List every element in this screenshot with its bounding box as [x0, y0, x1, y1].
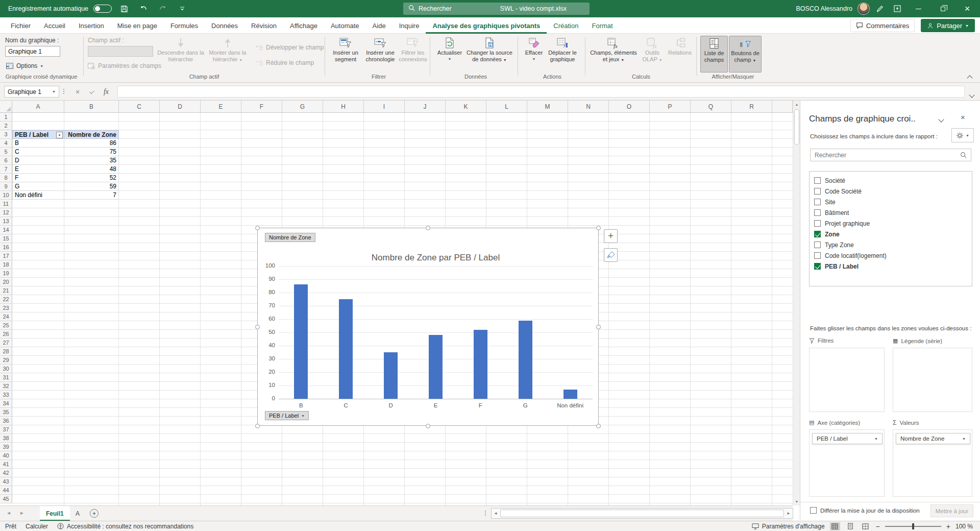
insert-timeline-button[interactable]: Insérer une chronologie	[363, 36, 397, 73]
column-header-F[interactable]: F	[241, 101, 282, 113]
avatar[interactable]	[857, 3, 870, 15]
pivot-row[interactable]: B86	[12, 139, 119, 148]
row-header-33[interactable]: 33	[0, 391, 12, 399]
row-header-18[interactable]: 18	[0, 260, 12, 269]
horizontal-scrollbar[interactable]: ◄ ►	[491, 508, 793, 519]
field-checkbox[interactable]	[814, 199, 821, 205]
row-header-14[interactable]: 14	[0, 226, 12, 234]
chart-handle[interactable]	[255, 325, 260, 329]
change-data-source-button[interactable]: Changer la source de données ▼	[465, 36, 513, 73]
close-button[interactable]: ×	[957, 0, 978, 17]
pivot-header-value-label[interactable]: Nombre de Zone	[64, 130, 119, 139]
pivot-value-cell[interactable]: 35	[64, 156, 119, 165]
tab-automate[interactable]: Automate	[324, 17, 366, 34]
pill-dropdown-icon[interactable]: ▼	[874, 437, 878, 441]
field-item-type-zone[interactable]: Type Zone	[814, 239, 972, 250]
tab-affichage[interactable]: Affichage	[283, 17, 324, 34]
row-header-39[interactable]: 39	[0, 443, 12, 451]
pivot-value-cell[interactable]: 86	[64, 139, 119, 148]
field-list-button[interactable]: Liste de champs	[700, 36, 728, 73]
pivot-value-cell[interactable]: 59	[64, 182, 119, 191]
search-input[interactable]	[419, 5, 572, 12]
pivot-row[interactable]: E48	[12, 165, 119, 174]
row-header-15[interactable]: 15	[0, 234, 12, 243]
ribbon-display-options-icon[interactable]	[890, 3, 904, 15]
formula-input[interactable]	[117, 86, 965, 98]
row-header-8[interactable]: 8	[0, 174, 12, 182]
chart-handle[interactable]	[596, 325, 601, 329]
row-header-3[interactable]: 3	[0, 130, 12, 139]
chart-handle[interactable]	[426, 226, 430, 230]
row-header-7[interactable]: 7	[0, 165, 12, 174]
pane-tools-button[interactable]: ▼	[951, 128, 974, 142]
column-header-Q[interactable]: Q	[691, 101, 731, 113]
fields-items-sets-button[interactable]: fx Champs, éléments et jeux ▼	[589, 36, 638, 73]
zone-axis-box[interactable]: PEB / Label▼	[809, 429, 885, 497]
column-header-C[interactable]: C	[119, 101, 160, 113]
chart-series-field-button[interactable]: Nombre de Zone	[265, 233, 315, 242]
row-header-10[interactable]: 10	[0, 191, 12, 200]
row-header-21[interactable]: 21	[0, 286, 12, 295]
tab-formules[interactable]: Formules	[164, 17, 205, 34]
row-header-25[interactable]: 25	[0, 321, 12, 330]
pivot-header-row-label[interactable]: PEB / Label▼	[12, 130, 64, 139]
chart-bar-b[interactable]	[294, 284, 308, 399]
column-header-I[interactable]: I	[364, 101, 405, 113]
pivot-row[interactable]: D35	[12, 156, 119, 165]
tab-cr-ation[interactable]: Création	[547, 17, 585, 34]
column-header-G[interactable]: G	[282, 101, 323, 113]
insert-function-icon[interactable]: fx	[100, 86, 112, 98]
comments-button[interactable]: Commentaires	[850, 19, 915, 32]
field-checkbox[interactable]	[814, 220, 821, 227]
column-header-D[interactable]: D	[160, 101, 201, 113]
chart-name-input[interactable]	[5, 46, 60, 57]
tab-mise-en-page[interactable]: Mise en page	[111, 17, 164, 34]
chart-handle[interactable]	[596, 226, 601, 230]
defer-layout-checkbox[interactable]	[810, 507, 817, 514]
column-header-K[interactable]: K	[446, 101, 486, 113]
chart-bar-e[interactable]	[429, 335, 443, 399]
pivot-row[interactable]: C75	[12, 148, 119, 156]
column-header-R[interactable]: R	[731, 101, 772, 113]
column-header-L[interactable]: L	[486, 101, 527, 113]
row-header-13[interactable]: 13	[0, 217, 12, 226]
pivot-category-cell[interactable]: B	[12, 139, 64, 148]
row-header-43[interactable]: 43	[0, 477, 12, 486]
pivot-category-cell[interactable]: Non défini	[12, 191, 64, 200]
scroll-up-icon[interactable]: ▲	[793, 101, 800, 108]
sheet-nav-right-icon[interactable]: ►	[19, 510, 24, 516]
zoom-in-icon[interactable]: +	[946, 522, 950, 530]
scroll-left-icon[interactable]: ◄	[492, 511, 500, 516]
field-item-code-soci-t-[interactable]: Code Société	[814, 186, 972, 197]
field-item-soci-t-[interactable]: Société	[814, 175, 972, 186]
chart-styles-button[interactable]	[604, 248, 618, 262]
cancel-icon[interactable]: ×	[71, 86, 84, 98]
tab-format[interactable]: Format	[585, 17, 619, 34]
chart-handle[interactable]	[255, 424, 260, 428]
row-header-19[interactable]: 19	[0, 269, 12, 278]
pill-dropdown-icon[interactable]: ▼	[962, 437, 966, 441]
chart-axis-field-button[interactable]: PEB / Label▼	[265, 411, 309, 420]
pivot-category-cell[interactable]: D	[12, 156, 64, 165]
pivot-row[interactable]: Non défini7	[12, 191, 119, 200]
zone-values-box[interactable]: Nombre de Zone▼	[893, 429, 972, 497]
field-item-b-timent[interactable]: Bâtiment	[814, 207, 972, 218]
field-checkbox[interactable]	[814, 252, 821, 259]
field-checkbox[interactable]	[814, 231, 821, 237]
pivot-table[interactable]: PEB / Label▼Nombre de ZoneB86C75D35E48F5…	[12, 130, 119, 200]
sheet-tab-feuil1[interactable]: Feuil1	[40, 506, 70, 521]
quick-access-chevron-icon[interactable]	[175, 3, 189, 15]
refresh-button[interactable]: Actualiser ▼	[435, 36, 464, 73]
row-header-16[interactable]: 16	[0, 243, 12, 252]
view-page-layout-icon[interactable]	[845, 522, 855, 530]
row-header-17[interactable]: 17	[0, 252, 12, 260]
collapse-ribbon-icon[interactable]	[968, 75, 972, 82]
row-header-24[interactable]: 24	[0, 312, 12, 321]
tab-inquire[interactable]: Inquire	[393, 17, 426, 34]
new-sheet-button[interactable]: +	[90, 509, 99, 518]
column-header-J[interactable]: J	[405, 101, 446, 113]
row-header-40[interactable]: 40	[0, 451, 12, 460]
autosave-toggle[interactable]	[93, 5, 112, 13]
pane-chevron-down-icon[interactable]	[939, 116, 943, 123]
row-header-42[interactable]: 42	[0, 469, 12, 477]
